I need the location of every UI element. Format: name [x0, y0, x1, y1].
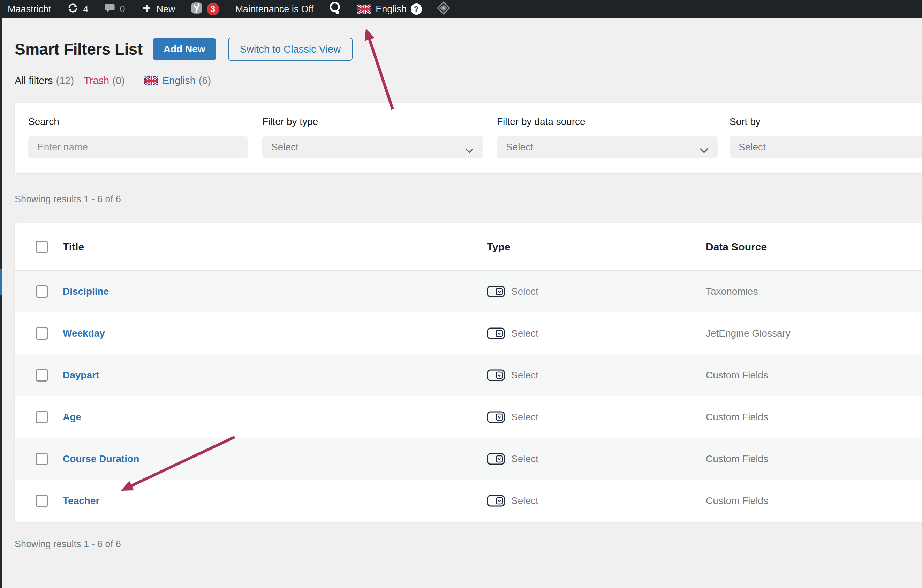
row-checkbox[interactable] — [36, 285, 48, 298]
sort-by-group: Sort by Select — [729, 116, 922, 158]
yoast-icon — [190, 2, 203, 17]
data-source-value: Taxonomies — [706, 286, 922, 297]
tab-trash[interactable]: Trash (0) — [84, 75, 125, 87]
site-name: Maastricht — [8, 4, 51, 15]
comments-icon — [104, 2, 116, 16]
add-new-button[interactable]: Add New — [153, 38, 216, 60]
sort-by-label: Sort by — [729, 116, 922, 127]
filter-tabs: All filters (12) Trash (0) English — [15, 75, 211, 87]
page-title: Smart Filters List — [15, 40, 142, 59]
plus-icon — [141, 2, 152, 16]
row-checkbox[interactable] — [36, 327, 48, 340]
row-title-link[interactable]: Weekday — [63, 328, 105, 339]
language-label: English — [376, 4, 407, 15]
updates-menu[interactable]: 4 — [67, 2, 88, 17]
column-header-title: Title — [63, 241, 487, 253]
page-header: Smart Filters List Add New Switch to Cla… — [15, 38, 353, 61]
tab-all-filters-count: (12) — [56, 75, 74, 87]
updates-icon — [67, 2, 79, 17]
slider-menu[interactable] — [436, 0, 451, 18]
data-source-value: Custom Fields — [706, 495, 922, 506]
maintenance-menu[interactable]: Maintenance is Off — [235, 4, 314, 15]
comments-count: 0 — [120, 4, 125, 15]
type-label: Select — [511, 495, 538, 506]
row-title-link[interactable]: Discipline — [63, 286, 109, 297]
updates-count: 4 — [83, 4, 88, 15]
tab-all-filters-label: All filters — [15, 75, 53, 87]
table-row: Teacher Select Custom Fields — [15, 480, 922, 522]
type-label: Select — [511, 286, 538, 297]
row-checkbox[interactable] — [36, 369, 48, 382]
yoast-menu[interactable]: 3 — [190, 2, 219, 17]
filter-by-data-source-label: Filter by data source — [497, 116, 718, 127]
search-input[interactable] — [28, 136, 248, 158]
main-content: Smart Filters List Add New Switch to Cla… — [2, 18, 922, 588]
type-label: Select — [511, 412, 538, 423]
tab-all-filters[interactable]: All filters (12) — [15, 75, 74, 87]
tab-trash-count: (0) — [112, 75, 124, 87]
row-checkbox[interactable] — [36, 495, 48, 507]
row-checkbox[interactable] — [36, 453, 48, 465]
column-header-data-source: Data Source — [706, 241, 922, 253]
language-menu[interactable]: English ? — [358, 3, 422, 15]
select-type-icon — [487, 411, 505, 423]
table-row: Daypart Select Custom Fields — [15, 354, 922, 396]
data-source-value: Custom Fields — [706, 412, 922, 423]
filter-by-data-source-group: Filter by data source Select — [497, 116, 718, 158]
type-label: Select — [511, 328, 538, 339]
type-label: Select — [511, 453, 538, 464]
filter-by-data-source-select[interactable]: Select — [497, 136, 718, 158]
row-checkbox[interactable] — [36, 411, 48, 423]
data-source-value: Custom Fields — [706, 453, 922, 464]
tab-english-count: (6) — [199, 75, 211, 87]
notification-badge: 3 — [207, 3, 219, 15]
tab-english[interactable]: English (6) — [144, 75, 211, 87]
select-type-icon — [487, 495, 505, 507]
search-label: Search — [28, 116, 248, 127]
filter-by-data-source-value: Select — [506, 142, 533, 153]
select-all-checkbox[interactable] — [36, 241, 48, 253]
column-header-type: Type — [487, 241, 706, 253]
filter-panel: Search Filter by type Select Filter by d… — [15, 103, 922, 173]
uk-flag-icon — [144, 76, 158, 86]
chevron-down-icon — [700, 145, 709, 156]
table-row: Age Select Custom Fields — [15, 396, 922, 438]
chevron-down-icon — [465, 145, 474, 156]
table-row: Weekday Select JetEngine Glossary — [15, 312, 922, 354]
data-source-value: JetEngine Glossary — [706, 328, 922, 339]
comments-menu[interactable]: 0 — [104, 2, 125, 16]
filters-table: Title Type Data Source Discipline Select… — [15, 223, 922, 522]
tab-trash-label: Trash — [84, 75, 109, 87]
tab-english-label: English — [162, 75, 196, 87]
plugin-logo-menu[interactable] — [328, 1, 342, 18]
row-title-link[interactable]: Daypart — [63, 370, 99, 381]
select-type-icon — [487, 453, 505, 465]
sort-by-select[interactable]: Select — [729, 136, 922, 158]
admin-topbar: Maastricht 4 0 New — [0, 0, 922, 18]
admin-sidebar-edge[interactable] — [0, 18, 2, 588]
circular-logo-icon — [328, 1, 342, 18]
select-type-icon — [487, 369, 505, 381]
table-row: Discipline Select Taxonomies — [15, 271, 922, 312]
active-menu-highlight — [0, 269, 2, 295]
row-title-link[interactable]: Teacher — [63, 495, 100, 506]
table-row: Course Duration Select Custom Fields — [15, 438, 922, 480]
uk-flag-icon — [358, 4, 371, 14]
select-type-icon — [487, 327, 505, 339]
row-title-link[interactable]: Age — [63, 412, 81, 422]
filter-by-type-group: Filter by type Select — [262, 116, 483, 158]
help-badge[interactable]: ? — [411, 3, 422, 15]
filter-by-type-value: Select — [271, 142, 299, 153]
site-name-menu[interactable]: Maastricht — [8, 4, 51, 15]
new-content-menu[interactable]: New — [141, 2, 175, 16]
results-summary-bottom: Showing results 1 - 6 of 6 — [15, 539, 121, 550]
filter-by-type-select[interactable]: Select — [262, 136, 483, 158]
sort-by-value: Select — [739, 142, 766, 153]
new-label: New — [157, 4, 175, 15]
filter-by-type-label: Filter by type — [262, 116, 483, 127]
type-label: Select — [511, 370, 538, 381]
row-title-link[interactable]: Course Duration — [63, 453, 139, 464]
data-source-value: Custom Fields — [706, 370, 922, 381]
switch-classic-view-button[interactable]: Switch to Classic View — [228, 38, 353, 61]
search-group: Search — [28, 116, 248, 158]
